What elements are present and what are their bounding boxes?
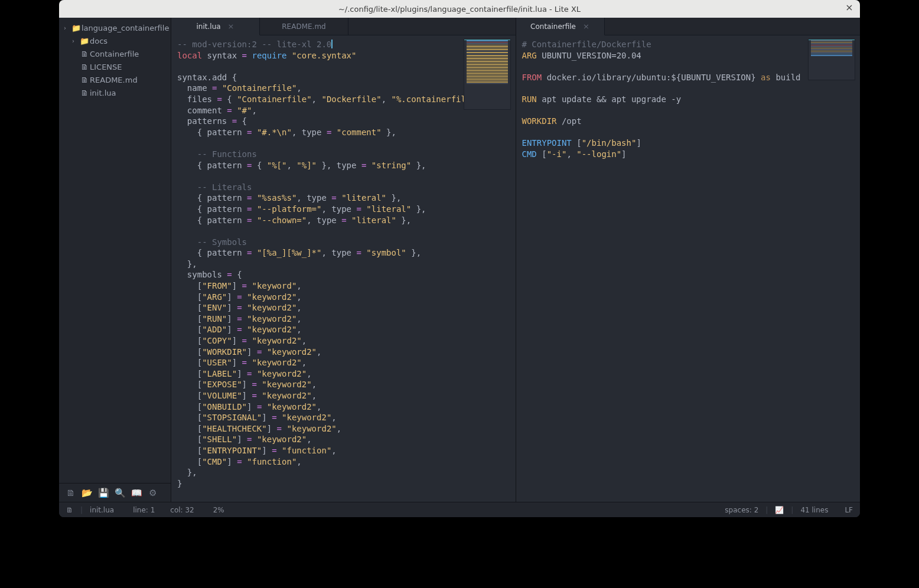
file-type-icon: 🗎 [66, 506, 73, 514]
tab-readme[interactable]: README.md [260, 18, 348, 35]
chevron-right-icon: › [64, 25, 71, 31]
folder-open-icon: 📁 [71, 24, 82, 32]
client-area: › 📁 language_containerfile › 📁 docs 🗎 Co… [59, 18, 860, 502]
tree-folder-docs[interactable]: › 📁 docs [59, 34, 171, 47]
tree-file[interactable]: 🗎 Containerfile [59, 47, 171, 60]
tree-file[interactable]: 🗎 LICENSE [59, 60, 171, 73]
status-file: init.lua [90, 506, 114, 514]
file-icon: 🗎 [79, 63, 90, 71]
status-spaces[interactable]: spaces: 2 [725, 506, 758, 514]
titlebar: ~/.config/lite-xl/plugins/language_conta… [59, 0, 860, 18]
folder-icon: 📁 [79, 37, 90, 45]
status-col: col: 32 [170, 506, 194, 514]
tree-label: init.lua [90, 89, 116, 97]
file-icon: 🗎 [79, 76, 90, 84]
editor-left[interactable]: -- mod-version:2 -- lite-xl 2.0 local sy… [171, 35, 516, 502]
tab-label: Containerfile [530, 22, 576, 31]
chevron-right-icon: › [72, 38, 79, 44]
tab-init-lua[interactable]: init.lua × [171, 18, 260, 35]
window: ~/.config/lite-xl/plugins/language_conta… [59, 0, 860, 517]
editor-pane-right: Containerfile × # Containerfile/Dockerfi… [516, 18, 861, 502]
book-icon[interactable]: 📖 [131, 488, 142, 498]
text-cursor [331, 40, 333, 48]
tree-label: LICENSE [90, 63, 122, 71]
tab-close-icon[interactable]: × [583, 22, 589, 31]
settings-icon[interactable]: ⚙ [148, 488, 158, 498]
tree-file[interactable]: 🗎 init.lua [59, 86, 171, 99]
new-file-icon[interactable]: 🗎 [65, 488, 76, 498]
tree-label: README.md [90, 76, 138, 84]
search-icon[interactable]: 🔍 [115, 488, 125, 498]
file-tree: › 📁 language_containerfile › 📁 docs 🗎 Co… [59, 18, 171, 483]
save-icon[interactable]: 💾 [98, 488, 109, 498]
editor-right[interactable]: # Containerfile/Dockerfile ARG UBUNTU_VE… [516, 35, 861, 502]
sidebar-toolbar: 🗎 📂 💾 🔍 📖 ⚙ [59, 483, 171, 502]
tab-containerfile[interactable]: Containerfile × [516, 18, 605, 35]
file-icon: 🗎 [79, 89, 90, 97]
sidebar: › 📁 language_containerfile › 📁 docs 🗎 Co… [59, 18, 171, 502]
statusbar: 🗎 | init.lua line: 1 col: 32 2% spaces: … [59, 502, 860, 517]
tabstrip-right: Containerfile × [516, 18, 861, 35]
stats-icon[interactable]: 📈 [775, 506, 784, 514]
status-percent: 2% [213, 506, 224, 514]
status-eol[interactable]: LF [845, 506, 853, 514]
tree-file[interactable]: 🗎 README.md [59, 73, 171, 86]
project-root-label: language_containerfile [82, 24, 169, 32]
tab-close-icon[interactable]: × [228, 22, 234, 31]
tabstrip-left: init.lua × README.md [171, 18, 516, 35]
window-title: ~/.config/lite-xl/plugins/language_conta… [338, 5, 581, 14]
status-line: line: 1 [133, 506, 155, 514]
minimap-left[interactable] [464, 39, 511, 110]
tree-label: Containerfile [90, 50, 139, 58]
file-icon: 🗎 [79, 50, 90, 58]
editor-pane-left: init.lua × README.md -- mod-version:2 --… [171, 18, 516, 502]
minimap-right[interactable] [808, 39, 855, 80]
tree-label: docs [90, 37, 107, 45]
tab-label: init.lua [197, 22, 221, 31]
project-root[interactable]: › 📁 language_containerfile [59, 21, 171, 34]
editor-group: init.lua × README.md -- mod-version:2 --… [171, 18, 860, 502]
open-folder-icon[interactable]: 📂 [82, 488, 92, 498]
status-lines: 41 lines [800, 506, 828, 514]
tab-label: README.md [282, 22, 325, 31]
window-close-button[interactable]: × [845, 4, 854, 13]
